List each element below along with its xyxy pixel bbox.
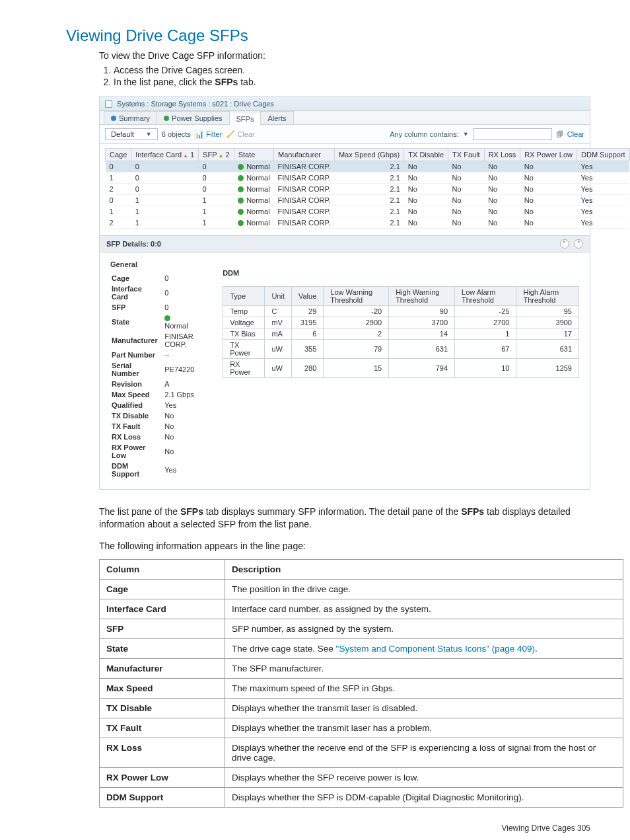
general-value: -- bbox=[164, 350, 201, 360]
ddm-col-value: Value bbox=[291, 287, 323, 306]
col-interface-card[interactable]: Interface Card▲ 1 bbox=[131, 149, 199, 161]
desc-column-text: Displays whether the transmit laser is d… bbox=[225, 698, 623, 718]
desc-column-name: Manufacturer bbox=[100, 658, 225, 678]
page-heading: Viewing Drive Cage SFPs bbox=[66, 26, 590, 45]
sort-icon: ▲ bbox=[219, 153, 224, 159]
col-ddm-support[interactable]: DDM Support bbox=[577, 149, 630, 161]
column-filter-input[interactable] bbox=[473, 128, 552, 140]
desc-column-name: SFP bbox=[100, 619, 225, 638]
col-cage[interactable]: Cage bbox=[106, 149, 131, 161]
desc-column-text: SFP number, as assigned by the system. bbox=[225, 619, 623, 638]
general-label: Revision bbox=[112, 379, 163, 389]
tab-power-supplies[interactable]: Power Supplies bbox=[157, 111, 229, 124]
ddm-col-unit: Unit bbox=[265, 287, 292, 306]
view-selector-label: Default bbox=[111, 130, 134, 138]
table-row: Interface CardInterface card number, as … bbox=[100, 599, 623, 619]
breadcrumb-text: Systems : Storage Systems : s021 : Drive… bbox=[117, 100, 274, 108]
ddm-col-high-alarm: High Alarm Threshold bbox=[516, 287, 579, 306]
col-tx-fault[interactable]: TX Fault bbox=[448, 149, 485, 161]
desc-column-text: Displays whether the receive end of the … bbox=[225, 738, 623, 767]
general-label: RX Power Low bbox=[112, 443, 163, 460]
cross-ref-link[interactable]: "System and Component Status Icons" (pag… bbox=[336, 644, 536, 654]
table-row: VoltagemV31952900370027003900 bbox=[223, 317, 579, 328]
table-row: StateThe drive cage state. See "System a… bbox=[100, 638, 623, 658]
col-tx-disable[interactable]: TX Disable bbox=[404, 149, 448, 161]
collapse-down-icon[interactable]: ˅ bbox=[574, 239, 583, 248]
table-row: TempC29-2090-2595 bbox=[223, 306, 579, 317]
tab-alerts[interactable]: Alerts bbox=[260, 111, 293, 124]
paragraph-2: The following information appears in the… bbox=[99, 540, 590, 553]
tab-summary[interactable]: Summary bbox=[104, 111, 157, 124]
general-value: 0 bbox=[164, 274, 201, 283]
collapse-up-icon[interactable]: ˄ bbox=[560, 239, 569, 248]
general-value: Yes bbox=[164, 401, 201, 410]
general-label: Interface Card bbox=[112, 284, 163, 301]
table-row: Max SpeedThe maximum speed of the SFP in… bbox=[100, 678, 623, 698]
chevron-down-icon[interactable]: ▼ bbox=[463, 131, 469, 137]
step-2-bold: SFPs bbox=[215, 77, 238, 87]
table-row: TX DisableDisplays whether the transmit … bbox=[100, 698, 623, 718]
col-sfp[interactable]: SFP▲ 2 bbox=[199, 149, 234, 161]
general-label: Qualified bbox=[112, 401, 163, 410]
desc-column-name: TX Fault bbox=[100, 718, 225, 738]
table-row[interactable]: 211NormalFINISAR CORP.2.1NoNoNoNoYes bbox=[106, 217, 630, 229]
filter-link[interactable]: 📊 Filter bbox=[195, 130, 223, 139]
step-2-part-c: tab. bbox=[238, 77, 256, 87]
col-rx-power-low[interactable]: RX Power Low bbox=[520, 149, 577, 161]
table-row: SFPSFP number, as assigned by the system… bbox=[100, 619, 623, 638]
general-label: TX Fault bbox=[112, 422, 163, 431]
table-row[interactable]: 011NormalFINISAR CORP.2.1NoNoNoNoYes bbox=[106, 195, 630, 206]
desc-column-text: The SFP manufacturer. bbox=[225, 658, 623, 678]
view-selector[interactable]: Default ▼ bbox=[105, 128, 158, 140]
window-icon bbox=[105, 100, 112, 108]
window-breadcrumb: Systems : Storage Systems : s021 : Drive… bbox=[100, 97, 590, 111]
col-state[interactable]: State bbox=[234, 149, 273, 161]
col-rx-loss[interactable]: RX Loss bbox=[484, 149, 520, 161]
general-label: State bbox=[112, 313, 163, 330]
step-2: In the list pane, click the SFPs tab. bbox=[114, 77, 590, 87]
table-row: RX PoweruW28015794101259 bbox=[223, 359, 579, 378]
tab-bar: Summary Power Supplies SFPs Alerts bbox=[100, 111, 590, 125]
table-row: TX PoweruW3557963167631 bbox=[223, 340, 579, 359]
table-row: TX FaultDisplays whether the transmit la… bbox=[100, 718, 623, 738]
tab-summary-label: Summary bbox=[119, 114, 150, 122]
desc-column-name: State bbox=[100, 638, 225, 658]
general-label: TX Disable bbox=[112, 411, 163, 420]
general-label: DDM Support bbox=[112, 461, 163, 478]
export-icon[interactable]: 🗐 bbox=[556, 130, 563, 138]
ddm-heading: DDM bbox=[223, 269, 579, 277]
general-heading: General bbox=[110, 260, 203, 268]
general-value: No bbox=[164, 443, 201, 460]
clear-label: Clear bbox=[237, 130, 254, 138]
table-row: DDM SupportDisplays whether the SFP is D… bbox=[100, 787, 623, 807]
paragraph-1: The list pane of the SFPs tab displays s… bbox=[99, 506, 590, 531]
ddm-col-low-warn: Low Warning Threshold bbox=[324, 287, 389, 306]
object-count: 6 objects bbox=[162, 130, 191, 138]
ddm-table: Type Unit Value Low Warning Threshold Hi… bbox=[223, 286, 579, 378]
desc-head-column: Column bbox=[100, 559, 225, 579]
general-table: Cage0Interface Card0SFP0StateNormalManuf… bbox=[110, 272, 203, 480]
desc-column-text: The position in the drive cage. bbox=[225, 579, 623, 599]
general-value: A bbox=[164, 379, 201, 389]
ddm-panel: DDM Type Unit Value Low Warning Threshol… bbox=[223, 259, 579, 480]
table-row[interactable]: 200NormalFINISAR CORP.2.1NoNoNoNoYes bbox=[106, 184, 630, 195]
step-1: Access the Drive Cages screen. bbox=[114, 65, 590, 75]
col-manufacturer[interactable]: Manufacturer bbox=[274, 149, 335, 161]
filter-label: Filter bbox=[206, 130, 222, 138]
desc-column-name: Max Speed bbox=[100, 678, 225, 698]
table-row: RX LossDisplays whether the receive end … bbox=[100, 738, 623, 767]
status-ok-icon bbox=[164, 116, 169, 121]
general-value: Normal bbox=[164, 313, 201, 330]
desc-column-name: TX Disable bbox=[100, 698, 225, 718]
general-value: No bbox=[164, 422, 201, 431]
clear-filter-disabled: 🧹 Clear bbox=[226, 130, 254, 139]
clear-search-link[interactable]: Clear bbox=[567, 130, 584, 138]
table-row[interactable]: 111NormalFINISAR CORP.2.1NoNoNoNoYes bbox=[106, 206, 630, 217]
table-row[interactable]: 000NormalFINISAR CORP.2.1NoNoNoNoYes bbox=[106, 161, 630, 172]
tab-sfps[interactable]: SFPs bbox=[229, 112, 262, 125]
table-row[interactable]: 100NormalFINISAR CORP.2.1NoNoNoNoYes bbox=[106, 172, 630, 184]
intro-text: To view the Drive Cage SFP information: bbox=[99, 50, 590, 61]
desc-column-name: DDM Support bbox=[100, 787, 225, 807]
tab-sfps-label: SFPs bbox=[236, 115, 254, 123]
col-max-speed[interactable]: Max Speed (Gbps) bbox=[334, 149, 403, 161]
